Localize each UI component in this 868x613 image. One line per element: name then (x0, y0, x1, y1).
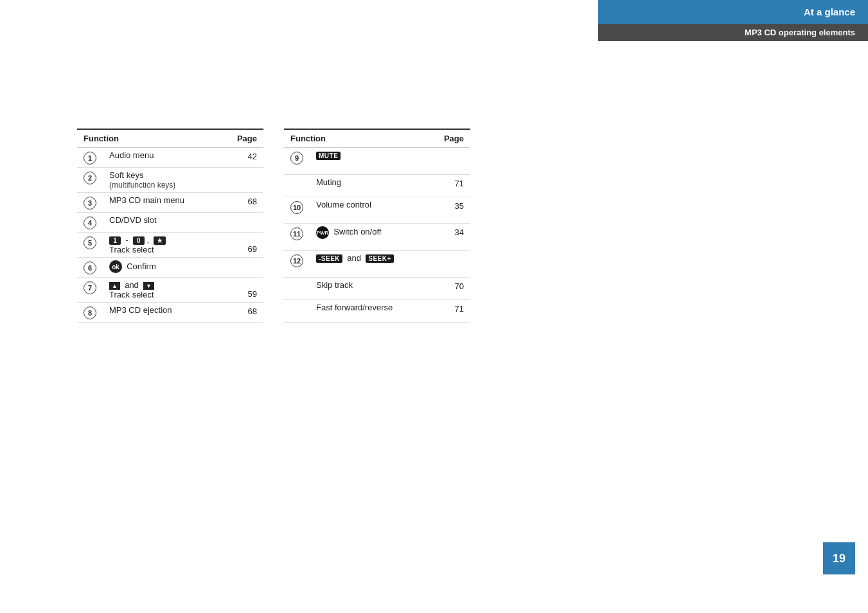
row-function: ok Confirm (103, 258, 231, 278)
table-row: Muting 71 (284, 174, 470, 197)
row-num: 8 (84, 306, 96, 319)
row-page: 35 (438, 197, 470, 224)
arrow-up-badge: ▲ (109, 282, 120, 290)
row-function: 1 - 0 , ★ Track select (103, 233, 231, 258)
seek-plus-badge: SEEK+ (366, 254, 394, 263)
right-col-page: Page (438, 129, 470, 148)
page-number: 19 (823, 542, 855, 574)
row-page (438, 251, 470, 278)
row-num: 12 (290, 254, 303, 267)
key-star-badge: ★ (154, 236, 166, 245)
left-col-page: Page (231, 129, 263, 148)
row-function: Skip track (310, 277, 438, 299)
row-function: Soft keys (multifunction keys) (103, 168, 231, 193)
row-function: -SEEK and SEEK+ (310, 251, 438, 278)
row-num: 7 (84, 281, 96, 294)
row-function: PWR Switch on/off (310, 224, 438, 251)
row-page (231, 213, 263, 233)
table-row: 9 MUTE (284, 148, 470, 175)
table-row: 2 Soft keys (multifunction keys) (77, 168, 263, 193)
row-function: Audio menu (103, 148, 231, 168)
row-page (231, 168, 263, 193)
table-row: 6 ok Confirm (77, 258, 263, 278)
table-row: 5 1 - 0 , ★ Track select 69 (77, 233, 263, 258)
right-col-function: Function (284, 129, 438, 148)
row-page: 34 (438, 224, 470, 251)
table-row: 11 PWR Switch on/off 34 (284, 224, 470, 251)
table-row: 1 Audio menu 42 (77, 148, 263, 168)
row-page: 68 (231, 303, 263, 323)
track-select-label: Track select (109, 245, 154, 254)
key-1-badge: 1 (109, 236, 121, 245)
table-row: 7 ▲ and ▼ Track select 59 (77, 278, 263, 303)
confirm-label: Confirm (127, 262, 156, 271)
seek-minus-badge: -SEEK (316, 254, 342, 263)
left-table: Function Page 1 Audio menu 42 2 Soft key… (77, 129, 263, 323)
mute-badge: MUTE (316, 152, 341, 160)
row-num: 6 (84, 262, 96, 274)
row-num: 9 (290, 152, 303, 164)
row-page (438, 148, 470, 175)
row-function: MUTE (310, 148, 438, 175)
row-page: 69 (231, 233, 263, 258)
table-row: 3 MP3 CD main menu 68 (77, 193, 263, 213)
row-num: 11 (290, 227, 303, 240)
table-row: 8 MP3 CD ejection 68 (77, 303, 263, 323)
left-col-function: Function (77, 129, 231, 148)
and-label: and (125, 280, 139, 290)
row-page: 59 (231, 278, 263, 303)
tables-wrapper: Function Page 1 Audio menu 42 2 Soft key… (77, 129, 470, 323)
row-page: 71 (438, 174, 470, 197)
row-page (231, 258, 263, 278)
table-row: Skip track 70 (284, 277, 470, 299)
track-select-label-7: Track select (109, 290, 154, 299)
row-num: 4 (84, 217, 96, 229)
table-row: 10 Volume control 35 (284, 197, 470, 224)
row-function: CD/DVD slot (103, 213, 231, 233)
arrow-down-badge: ▼ (143, 282, 154, 290)
ok-badge: ok (109, 260, 122, 273)
row-function: Muting (310, 174, 438, 197)
row-function: Fast forward/reverse (310, 299, 438, 322)
table-row: 4 CD/DVD slot (77, 213, 263, 233)
row-function: Volume control (310, 197, 438, 224)
row-num: 1 (84, 152, 96, 164)
key-0-badge: 0 (133, 236, 145, 245)
row-page: 42 (231, 148, 263, 168)
row-function: MP3 CD main menu (103, 193, 231, 213)
row-num: 2 (84, 172, 96, 184)
row-page: 68 (231, 193, 263, 213)
row-num: 10 (290, 201, 303, 214)
row-page: 70 (438, 277, 470, 299)
and-label-12: and (347, 253, 361, 263)
header-title: At a glance (598, 0, 868, 24)
row-num: 5 (84, 236, 96, 249)
switch-label: Switch on/off (333, 227, 381, 236)
header-subtitle: MP3 CD operating elements (598, 24, 868, 41)
row-num: 3 (84, 197, 96, 209)
pwr-badge: PWR (316, 226, 329, 239)
row-page: 71 (438, 299, 470, 322)
table-row: Fast forward/reverse 71 (284, 299, 470, 322)
right-table: Function Page 9 MUTE Muting 71 10 (284, 129, 470, 323)
table-row: 12 -SEEK and SEEK+ (284, 251, 470, 278)
row-function: ▲ and ▼ Track select (103, 278, 231, 303)
header-area: At a glance MP3 CD operating elements (598, 0, 868, 41)
row-function: MP3 CD ejection (103, 303, 231, 323)
